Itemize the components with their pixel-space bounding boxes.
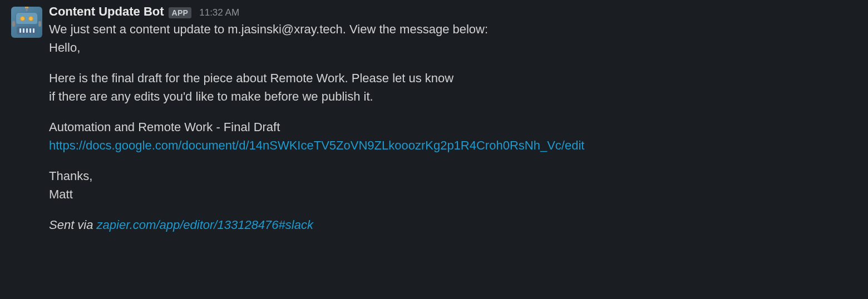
message-body: We just sent a content update to m.jasin… xyxy=(49,20,857,234)
bot-avatar[interactable] xyxy=(11,7,42,38)
sender-name[interactable]: Content Update Bot xyxy=(49,4,164,19)
body-text-line2: if there are any edits you'd like to mak… xyxy=(49,87,857,106)
sent-via: Sent via zapier.com/app/editor/133128476… xyxy=(49,216,857,234)
message-header: Content Update Bot APP 11:32 AM xyxy=(49,4,857,19)
doc-link[interactable]: https://docs.google.com/document/d/14nSW… xyxy=(49,138,584,152)
greeting-text: Hello, xyxy=(49,38,857,57)
sent-via-prefix: Sent via xyxy=(49,218,97,232)
body-text-line1: Here is the final draft for the piece ab… xyxy=(49,69,857,87)
app-badge: APP xyxy=(169,7,192,18)
message-timestamp[interactable]: 11:32 AM xyxy=(199,7,239,18)
signature-text: Matt xyxy=(49,185,857,203)
message-content: Content Update Bot APP 11:32 AM We just … xyxy=(49,4,857,234)
robot-icon xyxy=(11,7,42,38)
slack-message: Content Update Bot APP 11:32 AM We just … xyxy=(0,0,868,238)
doc-title-text: Automation and Remote Work - Final Draft xyxy=(49,118,857,136)
signoff-text: Thanks, xyxy=(49,167,857,185)
intro-text: We just sent a content update to m.jasin… xyxy=(49,20,857,38)
sent-via-link[interactable]: zapier.com/app/editor/133128476#slack xyxy=(97,218,313,232)
